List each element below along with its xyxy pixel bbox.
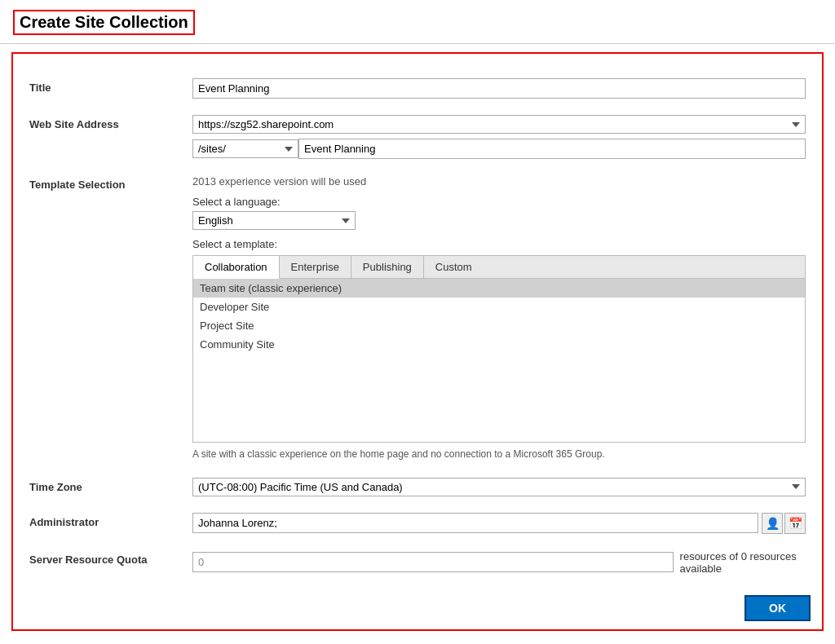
template-control: 2013 experience version will be used Sel… <box>192 175 806 461</box>
tab-collaboration[interactable]: Collaboration <box>193 256 280 279</box>
timezone-label: Time Zone <box>29 478 192 493</box>
site-name-input[interactable] <box>298 139 806 159</box>
tab-bar: Collaboration Enterprise Publishing Cust… <box>193 256 805 279</box>
template-list[interactable]: Team site (classic experience) Developer… <box>193 279 805 442</box>
tab-enterprise[interactable]: Enterprise <box>280 256 351 278</box>
admin-person-icon-btn[interactable]: 👤 <box>762 513 783 534</box>
template-item-project[interactable]: Project Site <box>193 316 805 335</box>
path-select[interactable]: /sites/ /teams/ <box>192 139 298 158</box>
title-input[interactable] <box>192 78 806 99</box>
web-address-label: Web Site Address <box>29 115 192 130</box>
ok-button[interactable]: OK <box>744 595 811 621</box>
button-bar: OK <box>13 587 822 629</box>
quota-input[interactable] <box>192 552 674 572</box>
template-row: Template Selection 2013 experience versi… <box>13 167 822 470</box>
template-tabs-container: Collaboration Enterprise Publishing Cust… <box>192 255 806 443</box>
quota-control: resources of 0 resources available <box>192 550 806 575</box>
page-header: Create Site Collection <box>0 0 835 44</box>
template-info: 2013 experience version will be used <box>192 175 806 187</box>
content-area: Title Web Site Address https://szg52.sha… <box>11 52 824 631</box>
title-label: Title <box>29 78 192 94</box>
admin-control: 👤 📅 <box>192 513 806 534</box>
timezone-row: Time Zone (UTC-08:00) Pacific Time (US a… <box>13 470 822 505</box>
admin-row: Administrator 👤 📅 <box>13 505 822 542</box>
page-title: Create Site Collection <box>13 10 195 35</box>
language-select[interactable]: English French German Spanish <box>192 211 356 230</box>
quota-suffix: resources of 0 resources available <box>680 550 806 575</box>
admin-address-icon-btn[interactable]: 📅 <box>784 513 806 534</box>
timezone-control: (UTC-08:00) Pacific Time (US and Canada)… <box>192 478 806 496</box>
template-description: A site with a classic experience on the … <box>192 448 806 461</box>
template-label: Template Selection <box>29 175 192 191</box>
template-item-developer[interactable]: Developer Site <box>193 298 805 316</box>
title-row: Title <box>13 70 822 107</box>
title-control <box>192 78 806 99</box>
timezone-select[interactable]: (UTC-08:00) Pacific Time (US and Canada)… <box>192 478 806 496</box>
domain-select[interactable]: https://szg52.sharepoint.com <box>192 115 806 134</box>
quota-row: Server Resource Quota resources of 0 res… <box>13 542 822 583</box>
template-item-community[interactable]: Community Site <box>193 335 805 354</box>
quota-input-row: resources of 0 resources available <box>192 550 806 575</box>
template-item-team[interactable]: Team site (classic experience) <box>193 279 805 298</box>
url-control: https://szg52.sharepoint.com /sites/ /te… <box>192 115 806 159</box>
web-address-row: Web Site Address https://szg52.sharepoin… <box>13 107 822 167</box>
admin-input[interactable] <box>192 513 758 533</box>
url-path-row: /sites/ /teams/ <box>192 139 806 159</box>
lang-label: Select a language: <box>192 196 806 208</box>
admin-label: Administrator <box>29 513 192 528</box>
admin-icons: 👤 📅 <box>762 513 806 534</box>
template-select-label: Select a template: <box>192 238 806 250</box>
page-wrapper: Create Site Collection Title Web Site Ad… <box>0 0 835 644</box>
admin-input-row: 👤 📅 <box>192 513 806 534</box>
tab-publishing[interactable]: Publishing <box>351 256 424 278</box>
tab-custom[interactable]: Custom <box>424 256 484 278</box>
quota-label: Server Resource Quota <box>29 550 192 566</box>
